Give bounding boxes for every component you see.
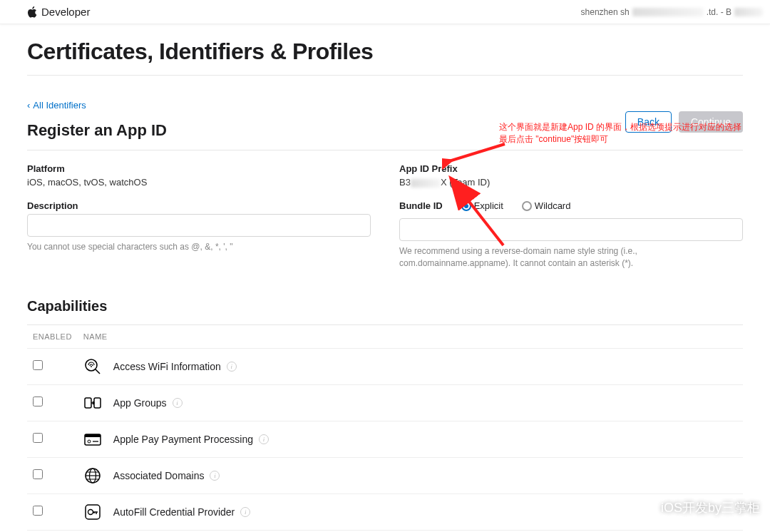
apple-logo-icon: [27, 6, 37, 18]
globe-icon: [83, 466, 102, 485]
col-name: NAME: [78, 324, 743, 348]
svg-point-13: [88, 509, 93, 514]
team-prefix: shenzhen sh: [581, 7, 630, 17]
platform-value: iOS, macOS, tvOS, watchOS: [27, 177, 371, 188]
bundle-explicit-label: Explicit: [474, 200, 503, 211]
team-hidden-2: [734, 8, 763, 16]
back-link-text: All Identifiers: [33, 100, 86, 111]
capability-checkbox[interactable]: [33, 397, 43, 406]
description-helper: You cannot use special characters such a…: [27, 241, 371, 253]
bundle-wildcard-option[interactable]: Wildcard: [522, 200, 571, 211]
description-input[interactable]: [27, 214, 371, 237]
info-icon[interactable]: i: [227, 362, 237, 372]
watermark: iOS开发by三掌柜: [635, 499, 760, 516]
capability-checkbox[interactable]: [33, 506, 43, 516]
svg-point-7: [88, 440, 91, 443]
appid-prefix-value: B3X (Team ID): [399, 177, 743, 188]
info-icon[interactable]: i: [210, 471, 220, 481]
capability-row: Apple Pay Payment Processing i: [27, 421, 743, 457]
back-to-identifiers-link[interactable]: ‹ All Identifiers: [27, 100, 86, 111]
capability-checkbox[interactable]: [33, 433, 43, 443]
apple-pay-icon: [83, 430, 102, 449]
svg-rect-3: [85, 398, 91, 408]
team-name[interactable]: shenzhen sh .td. - B: [581, 7, 763, 17]
appid-prefix-end: X (Team ID): [441, 177, 490, 188]
team-hidden-1: [632, 8, 704, 16]
svg-point-0: [86, 359, 97, 371]
section-divider: [27, 150, 743, 150]
col-enabled: ENABLED: [27, 324, 78, 348]
svg-rect-4: [94, 398, 101, 408]
capability-name: AutoFill Credential Provider: [113, 506, 235, 518]
magnify-wifi-icon: [83, 357, 102, 376]
radio-unselected-icon: [522, 201, 532, 211]
appid-prefix-hidden: [411, 179, 441, 188]
annotation-text: 这个界面就是新建App ID 的界面，根据选项提示进行对应的选择 最后点击 "c…: [499, 121, 756, 145]
title-divider: [27, 75, 743, 76]
svg-line-1: [96, 369, 100, 374]
bundle-id-input[interactable]: [399, 218, 743, 241]
top-bar: Developer shenzhen sh .td. - B: [0, 0, 770, 24]
platform-label: Platform: [27, 163, 371, 174]
capability-row: Access WiFi Information i: [27, 348, 743, 384]
annotation-line1: 这个界面就是新建App ID 的界面，根据选项提示进行对应的选择: [499, 121, 756, 133]
app-groups-icon: [83, 394, 102, 412]
brand-text: Developer: [41, 6, 90, 18]
capability-checkbox[interactable]: [33, 360, 43, 370]
info-icon[interactable]: i: [259, 434, 269, 444]
capability-name: Associated Domains: [113, 470, 205, 481]
appid-prefix-label: App ID Prefix: [399, 163, 743, 174]
section-title: Register an App ID: [27, 121, 167, 140]
bundle-wildcard-label: Wildcard: [535, 200, 571, 211]
capability-name: Apple Pay Payment Processing: [113, 434, 253, 445]
description-label: Description: [27, 200, 371, 211]
capability-name: Access WiFi Information: [113, 361, 221, 372]
team-mid: .td. - B: [707, 7, 732, 17]
svg-point-2: [91, 366, 92, 367]
info-icon[interactable]: i: [240, 507, 250, 517]
bundle-id-label: Bundle ID: [399, 200, 443, 211]
appid-prefix-start: B3: [399, 177, 411, 188]
svg-rect-6: [85, 434, 101, 437]
capability-name: App Groups: [113, 397, 167, 409]
capability-row: Associated Domains i: [27, 457, 743, 493]
capabilities-title: Capabilities: [27, 298, 743, 314]
bundle-explicit-option[interactable]: Explicit: [461, 200, 503, 211]
brand-block[interactable]: Developer: [27, 6, 90, 18]
radio-selected-icon: [461, 201, 471, 211]
info-icon[interactable]: i: [173, 398, 183, 408]
key-icon: [83, 503, 102, 521]
annotation-line2: 最后点击 "continue"按钮即可: [499, 133, 756, 145]
capability-checkbox[interactable]: [33, 469, 43, 479]
chevron-left-icon: ‹: [27, 100, 30, 111]
watermark-text: iOS开发by三掌柜: [661, 499, 760, 516]
page-title: Certificates, Identifiers & Profiles: [27, 39, 743, 65]
bundle-id-helper: We recommend using a reverse-domain name…: [399, 245, 743, 270]
capability-row: App Groups i: [27, 384, 743, 421]
wechat-icon: [635, 499, 655, 516]
